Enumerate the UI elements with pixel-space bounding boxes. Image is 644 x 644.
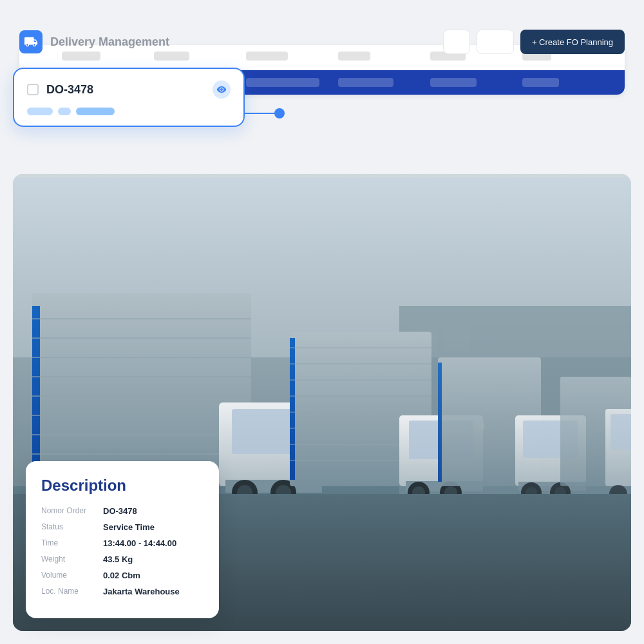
desc-row-1: Status Service Time	[41, 522, 204, 532]
desc-value-0: DO-3478	[103, 506, 137, 516]
desc-label-0: Nomor Order	[41, 506, 93, 515]
create-fo-label: + Create FO Planning	[532, 37, 613, 47]
header-title: Delivery Management	[50, 35, 169, 49]
desc-label-5: Loc. Name	[41, 587, 93, 596]
order-card-left: DO-3478	[27, 83, 93, 97]
description-card: Description Nomor Order DO-3478 Status S…	[26, 461, 219, 618]
desc-label-2: Time	[41, 538, 93, 547]
eye-icon-button[interactable]	[213, 80, 231, 99]
svg-rect-6	[32, 306, 40, 473]
order-card: DO-3478	[13, 68, 245, 127]
desc-row-2: Time 13:44.00 - 14:44.00	[41, 538, 204, 548]
header-left: Delivery Management	[19, 30, 169, 53]
order-card-top: DO-3478	[27, 80, 231, 99]
filter-button[interactable]	[443, 30, 470, 54]
desc-label-4: Volume	[41, 571, 93, 580]
header-right: + Create FO Planning	[443, 30, 625, 54]
desc-label-1: Status	[41, 522, 93, 531]
desc-value-4: 0.02 Cbm	[103, 571, 140, 580]
order-card-dots	[27, 108, 231, 115]
order-number: DO-3478	[46, 83, 93, 97]
page-wrapper: Delivery Management + Create FO Planning	[0, 0, 644, 644]
app-logo	[19, 30, 43, 53]
svg-rect-5	[32, 293, 251, 486]
export-button[interactable]	[477, 30, 514, 54]
svg-rect-4	[444, 319, 470, 351]
connector-dot	[274, 108, 285, 118]
desc-value-5: Jakarta Warehouse	[103, 587, 180, 596]
desc-value-2: 13:44.00 - 14:44.00	[103, 538, 176, 548]
desc-value-1: Service Time	[103, 522, 155, 532]
desc-title: Description	[41, 477, 204, 495]
desc-row-3: Weight 43.5 Kg	[41, 554, 204, 564]
desc-row-4: Volume 0.02 Cbm	[41, 571, 204, 580]
desc-row-0: Nomor Order DO-3478	[41, 506, 204, 516]
dot-3	[76, 108, 115, 115]
svg-rect-44	[438, 363, 442, 482]
desc-row-5: Loc. Name Jakarta Warehouse	[41, 587, 204, 596]
svg-rect-26	[290, 338, 295, 480]
order-checkbox[interactable]	[27, 84, 39, 95]
desc-label-3: Weight	[41, 554, 93, 564]
create-fo-button[interactable]: + Create FO Planning	[520, 30, 625, 54]
dot-2	[58, 108, 71, 115]
svg-rect-54	[611, 414, 631, 450]
desc-value-3: 43.5 Kg	[103, 554, 133, 564]
dot-1	[27, 108, 53, 115]
